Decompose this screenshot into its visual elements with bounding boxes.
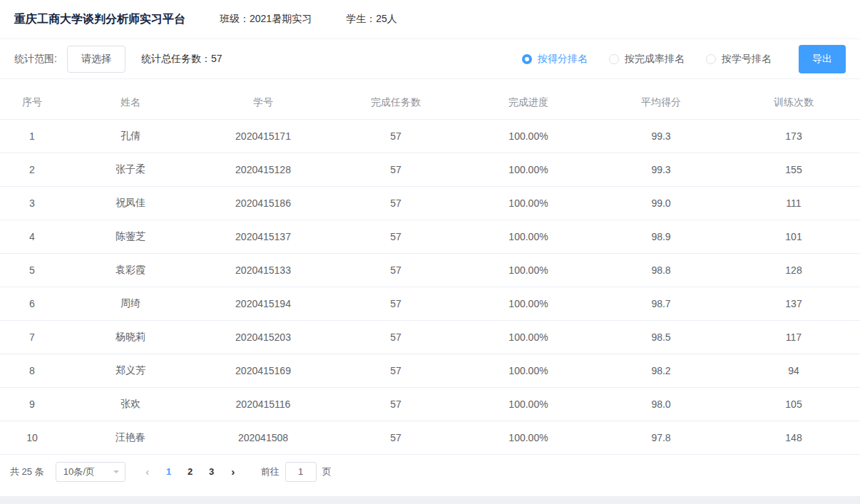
table-cell: 57 — [329, 421, 462, 454]
radio-icon — [706, 54, 716, 64]
table-cell: 2 — [0, 153, 64, 186]
table-cell: 100.00% — [462, 186, 595, 220]
table-cell: 2020415133 — [197, 253, 329, 287]
table-cell: 98.5 — [595, 320, 727, 354]
table-body: 1孔倩202041517157100.00%99.31732张子柔2020415… — [0, 119, 860, 454]
table-cell: 57 — [329, 320, 462, 354]
table-cell: 张子柔 — [64, 153, 197, 186]
table-row: 10汪艳春20204150857100.00%97.8148 — [0, 421, 860, 454]
table-cell: 2020415137 — [197, 220, 329, 253]
table-cell: 57 — [329, 253, 462, 287]
table-cell: 117 — [727, 320, 860, 354]
table-cell: 9 — [0, 387, 64, 421]
column-header: 学号 — [197, 86, 329, 119]
table-row: 3祝凤佳202041518657100.00%99.0111 — [0, 186, 860, 220]
table-cell: 98.8 — [595, 253, 727, 287]
table-cell: 57 — [329, 354, 462, 387]
table-cell: 98.9 — [595, 220, 727, 253]
radio-label: 按学号排名 — [722, 53, 772, 66]
table-cell: 郑义芳 — [64, 354, 197, 387]
table-cell: 3 — [0, 186, 64, 220]
table-row: 1孔倩202041517157100.00%99.3173 — [0, 119, 860, 153]
table-cell: 100.00% — [462, 287, 595, 320]
table-cell: 5 — [0, 253, 64, 287]
table-cell: 祝凤佳 — [64, 186, 197, 220]
table-row: 5袁彩霞202041513357100.00%98.8128 — [0, 253, 860, 287]
table-cell: 94 — [727, 354, 860, 387]
table-cell: 57 — [329, 287, 462, 320]
page-title: 重庆工商大学谈判分析师实习平台 — [14, 12, 185, 27]
top-bar: 重庆工商大学谈判分析师实习平台 班级：2021暑期实习 学生：25人 — [0, 0, 860, 39]
table-cell: 57 — [329, 387, 462, 421]
table-header-row: 序号姓名学号完成任务数完成进度平均得分训练次数 — [0, 86, 860, 119]
radio-icon — [522, 54, 532, 64]
column-header: 序号 — [0, 86, 64, 119]
table-cell: 173 — [727, 119, 860, 153]
table-cell: 陈蓥芝 — [64, 220, 197, 253]
sort-radio-by-student-id-rank[interactable]: 按学号排名 — [706, 53, 772, 66]
page-number-3[interactable]: 3 — [201, 462, 222, 482]
toolbar-right: 按得分排名按完成率排名按学号排名 导出 — [501, 45, 846, 73]
table-cell: 周绮 — [64, 287, 197, 320]
sort-radio-by-completion-rate-rank[interactable]: 按完成率排名 — [609, 53, 685, 66]
page-size-select[interactable]: 10条/页 — [56, 462, 126, 482]
table-cell: 2020415203 — [197, 320, 329, 354]
sort-radio-by-score-rank[interactable]: 按得分排名 — [522, 53, 588, 66]
radio-label: 按完成率排名 — [625, 53, 685, 66]
page-number-1[interactable]: 1 — [158, 462, 180, 482]
table-cell: 100.00% — [462, 421, 595, 454]
goto-page-input[interactable] — [285, 462, 317, 482]
column-header: 完成进度 — [462, 86, 595, 119]
export-button[interactable]: 导出 — [799, 45, 846, 73]
goto-label: 前往 — [261, 466, 280, 478]
table-row: 8郑义芳202041516957100.00%98.294 — [0, 354, 860, 387]
page-number-2[interactable]: 2 — [180, 462, 201, 482]
table-cell: 98.0 — [595, 387, 727, 421]
table-cell: 2020415169 — [197, 354, 329, 387]
page-size-value: 10条/页 — [63, 466, 95, 478]
table-cell: 袁彩霞 — [64, 253, 197, 287]
radio-icon — [609, 54, 619, 64]
pagination-bar: 共 25 条 10条/页 ‹ 123 › 前往 页 — [0, 455, 860, 489]
table-cell: 97.8 — [595, 421, 727, 454]
sort-radio-group: 按得分排名按完成率排名按学号排名 — [501, 53, 772, 66]
table-cell: 99.3 — [595, 153, 727, 186]
table-cell: 4 — [0, 220, 64, 253]
toolbar: 统计范围: 请选择 统计总任务数：57 按得分排名按完成率排名按学号排名 导出 — [0, 39, 860, 79]
table-cell: 57 — [329, 119, 462, 153]
page-number-list: 123 — [158, 462, 222, 482]
table-cell: 57 — [329, 153, 462, 186]
table-cell: 2020415128 — [197, 153, 329, 186]
table-cell: 100.00% — [462, 253, 595, 287]
table-cell: 100.00% — [462, 387, 595, 421]
radio-label: 按得分排名 — [538, 53, 588, 66]
table-cell: 148 — [727, 421, 860, 454]
range-select[interactable]: 请选择 — [67, 46, 126, 73]
table-row: 9张欢202041511657100.00%98.0105 — [0, 387, 860, 421]
table-cell: 128 — [727, 253, 860, 287]
pager: ‹ 123 › — [137, 462, 244, 482]
table-row: 6周绮202041519457100.00%98.7137 — [0, 287, 860, 320]
table-cell: 2020415171 — [197, 119, 329, 153]
table-cell: 99.0 — [595, 186, 727, 220]
total-count-label: 共 25 条 — [10, 466, 44, 478]
prev-page-button[interactable]: ‹ — [137, 462, 158, 482]
table-row: 7杨晓莉202041520357100.00%98.5117 — [0, 320, 860, 354]
table-cell: 105 — [727, 387, 860, 421]
table-row: 4陈蓥芝202041513757100.00%98.9101 — [0, 220, 860, 253]
table-cell: 8 — [0, 354, 64, 387]
ranking-table: 序号姓名学号完成任务数完成进度平均得分训练次数 1孔倩2020415171571… — [0, 86, 860, 455]
table-cell: 1 — [0, 119, 64, 153]
table-cell: 98.7 — [595, 287, 727, 320]
table-cell: 202041508 — [197, 421, 329, 454]
table-cell: 100.00% — [462, 153, 595, 186]
next-page-button[interactable]: › — [222, 462, 244, 482]
table-cell: 57 — [329, 220, 462, 253]
goto-suffix: 页 — [322, 466, 332, 478]
table-cell: 137 — [727, 287, 860, 320]
table-cell: 汪艳春 — [64, 421, 197, 454]
total-tasks-label: 统计总任务数：57 — [141, 53, 222, 66]
column-header: 完成任务数 — [329, 86, 462, 119]
table-cell: 100.00% — [462, 220, 595, 253]
goto-page: 前往 页 — [261, 462, 332, 482]
